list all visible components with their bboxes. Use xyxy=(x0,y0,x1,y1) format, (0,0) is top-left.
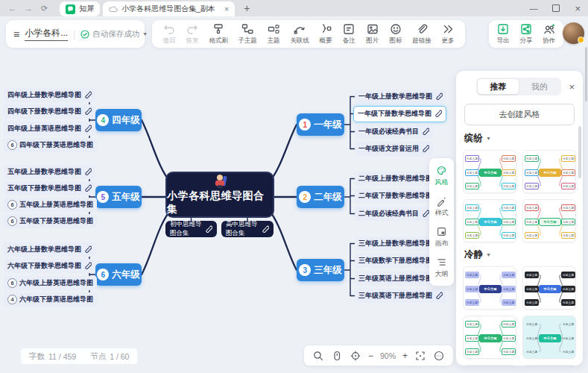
side-tab-canvas[interactable]: 画布 xyxy=(435,226,449,248)
link-icon[interactable] xyxy=(421,210,429,218)
branch-node-2[interactable]: 2二年级 xyxy=(297,186,344,208)
zoom-out-button[interactable]: − xyxy=(368,351,373,361)
mindmap-child-node[interactable]: 6六年级上册英语思维导图 xyxy=(4,276,97,290)
hamburger-menu-icon[interactable]: ≡ xyxy=(13,28,19,40)
mindmap-child-node[interactable]: 四年级上册英语思维导图 xyxy=(4,122,95,136)
node-text: 三年级上册数学思维导图 xyxy=(358,239,432,248)
panel-scrollbar[interactable] xyxy=(578,126,581,178)
style-thumbnail[interactable]: 中心主题分支主题分支主题分支主题分支主题分支主题分支主题 xyxy=(522,365,576,366)
style-thumbnail[interactable]: 中心主题分支主题分支主题分支主题分支主题分支主题分支主题 xyxy=(522,316,576,359)
mindmap-child-node[interactable]: 6五年级下册英语思维导图 xyxy=(4,214,97,228)
mindmap-center-node[interactable]: 小学各科思维导图合集 xyxy=(165,172,274,218)
chevron-down-icon[interactable]: ▼ xyxy=(486,136,491,141)
locate-center-icon[interactable] xyxy=(350,350,361,362)
center-sub-node[interactable]: 初中思维导图合集 xyxy=(165,221,217,237)
page-scrollbar[interactable] xyxy=(585,47,587,101)
toolbar-summary-button[interactable]: 概要 xyxy=(319,22,332,46)
collab-button[interactable]: 协作 xyxy=(543,22,556,46)
style-thumbnail[interactable]: 中心主题分支主题分支主题分支主题分支主题分支主题分支主题 xyxy=(463,266,516,310)
link-icon[interactable] xyxy=(83,91,92,99)
toolbar-topic-button[interactable]: 主题 xyxy=(267,22,280,46)
link-icon[interactable] xyxy=(83,168,92,176)
mindmap-child-node[interactable]: 一年级下册数学思维导图 xyxy=(353,106,446,122)
tab-close-icon[interactable]: × xyxy=(224,4,229,13)
autosave-status[interactable]: 自动保存成功 ▼ xyxy=(80,29,148,40)
document-tab[interactable]: 小学各科思维导图合集_副本 × xyxy=(103,1,235,16)
branch-node-3[interactable]: 3三年级 xyxy=(297,259,344,281)
link-icon[interactable] xyxy=(83,262,92,270)
branch-node-4[interactable]: 4四年级 xyxy=(95,109,142,131)
toolbar-brush-button[interactable]: 格式刷 xyxy=(209,22,229,46)
share-button[interactable]: 分享 xyxy=(519,22,533,46)
branch-node-6[interactable]: 6六年级 xyxy=(95,263,142,286)
mindmap-child-node[interactable]: 五年级下册数学思维导图 xyxy=(4,181,95,195)
link-icon[interactable] xyxy=(83,107,92,116)
mindmap-child-node[interactable]: 一年级语文拼音运用 xyxy=(355,142,433,156)
style-thumbnail[interactable]: 中心主题分支主题分支主题分支主题分支主题分支主题分支主题 xyxy=(522,199,576,242)
style-thumbnail[interactable]: 中心主题分支主题分支主题分支主题分支主题分支主题分支主题 xyxy=(463,150,516,193)
mindmap-child-node[interactable]: 一年级必读经典书目 xyxy=(355,125,433,139)
mindmap-child-node[interactable]: 一年级上册数学思维导图 xyxy=(355,90,446,104)
mindmap-child-node[interactable]: 6五年级上册英语思维导图 xyxy=(4,198,97,212)
side-tab-style[interactable]: 风格 xyxy=(435,165,449,187)
number-icon: 6 xyxy=(7,278,17,288)
link-icon[interactable] xyxy=(434,110,442,118)
link-icon[interactable] xyxy=(421,145,429,153)
center-sub-node[interactable]: 高中思维导图合集 xyxy=(221,221,274,237)
window-close-button[interactable]: × xyxy=(575,3,581,14)
export-button[interactable]: 导出 xyxy=(496,22,510,46)
mindmap-child-node[interactable]: 四年级下册数学思维导图 xyxy=(4,104,95,119)
forward-icon[interactable]: → xyxy=(25,0,33,16)
mindmap-child-node[interactable]: 五年级上册数学思维导图 xyxy=(4,165,95,179)
toolbar-note-button[interactable]: 备注 xyxy=(342,22,355,46)
zoom-in-button[interactable]: + xyxy=(402,351,408,361)
style-thumbnail[interactable]: 中心主题分支主题分支主题分支主题分支主题分支主题分支主题 xyxy=(522,150,576,193)
side-tab-format[interactable]: 样式 xyxy=(435,195,449,218)
toolbar-link-button[interactable]: 超链接 xyxy=(412,22,431,46)
branch-number-badge: 6 xyxy=(97,269,109,280)
panel-close-icon[interactable]: × xyxy=(567,81,576,93)
toolbar-subtopic-button[interactable]: 子主题 xyxy=(238,22,257,46)
chevron-down-icon[interactable]: ▼ xyxy=(486,252,491,257)
create-style-button[interactable]: 去创建风格 xyxy=(464,104,575,125)
toolbar-more-button[interactable]: 更多 xyxy=(441,22,455,46)
toolbar-relation-button[interactable]: 关联线 xyxy=(290,22,309,46)
style-thumbnail[interactable]: 中心主题分支主题分支主题分支主题分支主题分支主题分支主题 xyxy=(463,365,516,366)
link-icon[interactable] xyxy=(83,125,92,133)
mouse-mode-icon[interactable] xyxy=(331,350,343,362)
branch-node-1[interactable]: 1一年级 xyxy=(297,113,344,136)
style-thumbnail[interactable]: 中心主题分支主题分支主题分支主题分支主题分支主题分支主题 xyxy=(463,199,516,242)
link-icon[interactable] xyxy=(83,245,92,254)
panel-tab-recommended[interactable]: 推荐 xyxy=(478,79,519,94)
back-icon[interactable]: ← xyxy=(8,0,16,16)
mindmap-child-node[interactable]: 三年级英语下册思维导图 xyxy=(355,289,446,303)
link-icon[interactable] xyxy=(83,184,92,192)
link-icon[interactable] xyxy=(434,93,443,101)
window-minimize-button[interactable]: — xyxy=(529,4,537,13)
window-maximize-button[interactable] xyxy=(552,4,560,12)
mindmap-child-node[interactable]: 六年级上册数学思维导图 xyxy=(4,242,95,257)
mindmap-child-node[interactable]: 4六年级下册英语思维导图 xyxy=(4,292,97,307)
fit-screen-icon[interactable] xyxy=(414,350,426,362)
link-icon[interactable] xyxy=(421,128,429,136)
mindmap-child-node[interactable]: 二年级必读经典书目 xyxy=(355,207,433,221)
avatar[interactable] xyxy=(563,22,584,44)
more-options-icon[interactable] xyxy=(433,350,445,362)
app-tab[interactable]: 知犀 xyxy=(60,1,100,16)
search-icon[interactable] xyxy=(312,350,324,362)
mindmap-child-node[interactable]: 四年级上册数学思维导图 xyxy=(4,88,95,102)
style-thumbnail[interactable]: 中心主题分支主题分支主题分支主题分支主题分支主题分支主题 xyxy=(463,316,516,359)
mindmap-child-node[interactable]: 六年级下册数学思维导图 xyxy=(4,259,95,273)
branch-node-5[interactable]: 5五年级 xyxy=(95,186,142,208)
toolbar-emoji-button[interactable]: 图标 xyxy=(389,22,402,46)
new-tab-button[interactable]: + xyxy=(244,2,250,14)
side-tab-outline[interactable]: 大纲 xyxy=(435,257,449,279)
refresh-icon[interactable]: ⟳ xyxy=(41,0,48,16)
mindmap-child-node[interactable]: 6四年级下册英语思维导图 xyxy=(4,138,97,152)
panel-tab-mine[interactable]: 我的 xyxy=(519,79,560,94)
node-text: 三年级英语下册思维导图 xyxy=(358,291,432,301)
link-icon[interactable] xyxy=(434,292,443,300)
document-title[interactable]: 小学各科... xyxy=(25,27,68,41)
style-thumbnail[interactable]: 中心主题分支主题分支主题分支主题分支主题分支主题分支主题 xyxy=(522,266,576,310)
toolbar-image-button[interactable]: 图片 xyxy=(366,22,379,46)
